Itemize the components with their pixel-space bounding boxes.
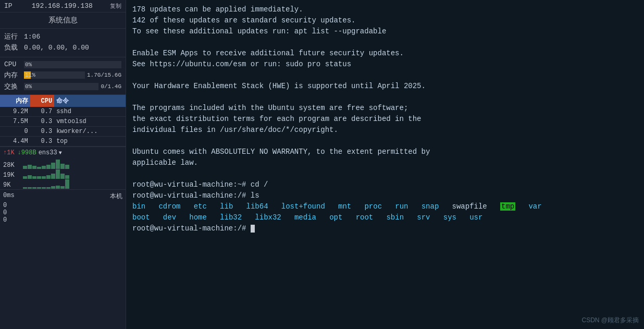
terminal-content: 178 updates can be applied immediately.1… — [132, 4, 638, 234]
ls-item: cdrom — [158, 202, 180, 211]
terminal-line: root@wu-virtual-machine:~# cd / — [132, 179, 638, 190]
mini-bar — [60, 186, 65, 189]
ls-item: snap — [422, 202, 439, 211]
mini-bar — [56, 186, 60, 189]
cpu-bar-text: 0% — [25, 61, 32, 68]
mem-label: 内存 — [4, 70, 23, 80]
traffic-val: 9K — [3, 181, 20, 189]
table-row: 7.5M0.3vmtoolsd — [0, 117, 126, 127]
proc-cpu: 0.3 — [30, 127, 54, 137]
watermark: CSDN @顾君多采摘 — [581, 315, 639, 325]
net-up: ↑1K — [3, 149, 15, 156]
mini-bar — [46, 187, 51, 189]
proc-cpu: 0.3 — [30, 137, 54, 147]
mem-row: 内存 11% 1.7G/15.6G — [4, 70, 121, 80]
proc-header-cpu: CPU — [30, 95, 54, 107]
ls-item-swapfile: swapfile — [452, 202, 487, 211]
mini-bar — [28, 175, 32, 179]
ls-item: run — [395, 202, 408, 211]
mini-bar — [65, 175, 69, 179]
swap-bar-text: 0% — [25, 83, 32, 90]
ls-item: etc — [194, 202, 207, 211]
net-row: ↑1K ↓998B ens33 ▼ — [3, 149, 122, 156]
process-table: 内存 CPU 命令 9.2M0.7sshd7.5M0.3vmtoolsd00.3… — [0, 95, 126, 147]
process-table-wrap: 内存 CPU 命令 9.2M0.7sshd7.5M0.3vmtoolsd00.3… — [0, 95, 126, 147]
traffic-row: 9K — [3, 179, 122, 189]
mini-bar — [42, 187, 46, 189]
ping-row: 0 — [3, 216, 122, 224]
terminal-line: 178 updates can be applied immediately. — [132, 4, 638, 15]
mini-bar — [51, 186, 55, 189]
ping-host: 本机 — [110, 192, 122, 201]
ping-section: 0ms 本机 000 — [0, 189, 126, 226]
terminal-line: The programs included with the Ubuntu sy… — [132, 103, 638, 114]
ls-item: media — [294, 213, 316, 222]
load-label: 负载 — [4, 43, 23, 52]
terminal-line: To see these additional updates run: apt… — [132, 26, 638, 37]
ip-address: 192.168.199.138 — [32, 2, 93, 10]
mini-bar — [42, 176, 46, 179]
swap-bar-wrap: 0% — [24, 83, 98, 90]
terminal-line: individual files in /usr/share/doc/*/cop… — [132, 125, 638, 136]
ls-item: lib64 — [246, 202, 268, 211]
ls-item-tmp: tmp — [500, 202, 515, 211]
terminal-line: See https://ubuntu.com/esm or run: sudo … — [132, 59, 638, 70]
ls-item: home — [189, 213, 207, 222]
swap-detail: 0/1.4G — [101, 83, 121, 90]
ls-item: lib — [220, 202, 233, 211]
proc-cpu: 0.3 — [30, 117, 54, 127]
proc-cmd: vmtoolsd — [54, 117, 126, 127]
terminal-line: applicable law. — [132, 157, 638, 168]
terminal-line — [132, 37, 638, 48]
ping-row: 0 — [3, 202, 122, 209]
mini-bar — [60, 174, 65, 179]
net-dropdown-icon[interactable]: ▼ — [59, 150, 62, 156]
ls-item: bin — [132, 202, 145, 211]
proc-header-mem: 内存 — [0, 95, 30, 107]
traffic-row: 19K — [3, 169, 122, 179]
mini-bar — [23, 187, 27, 189]
uptime-section: 运行 1:06 负载 0.00, 0.00, 0.00 — [0, 29, 126, 57]
ping-header: 0ms 本机 — [3, 192, 122, 201]
ls-row-1: bin cdrom etc lib lib64 lost+found mnt p… — [132, 201, 638, 212]
ls-row-2: boot dev home lib32 libx32 media opt roo… — [132, 212, 638, 223]
terminal-line — [132, 70, 638, 81]
ip-label: IP — [4, 2, 13, 10]
terminal-panel[interactable]: 178 updates can be applied immediately.1… — [126, 0, 644, 329]
proc-mem: 0 — [0, 127, 30, 137]
left-panel: IP 192.168.199.138 复制 系统信息 运行 1:06 负载 0.… — [0, 0, 126, 329]
ls-item: proc — [364, 202, 382, 211]
mini-bar — [42, 166, 46, 169]
uptime-value: 1:06 — [24, 33, 40, 41]
proc-mem: 4.4M — [0, 137, 30, 147]
cursor — [251, 225, 255, 233]
mini-bar — [51, 163, 55, 169]
ls-item: srv — [417, 213, 430, 222]
terminal-line: Your Hardware Enablement Stack (HWE) is … — [132, 81, 638, 92]
ls-item: sbin — [386, 213, 404, 222]
mini-bar — [56, 160, 60, 169]
mini-bar — [37, 187, 41, 189]
system-info-title: 系统信息 — [0, 13, 126, 29]
load-row: 负载 0.00, 0.00, 0.00 — [4, 43, 121, 52]
copy-button[interactable]: 复制 — [110, 2, 121, 10]
terminal-line: the exact distribution terms for each pr… — [132, 114, 638, 125]
terminal-line: Enable ESM Apps to receive additional fu… — [132, 48, 638, 59]
swap-row: 交换 0% 0/1.4G — [4, 82, 121, 91]
ls-item: opt — [329, 213, 342, 222]
mini-bar — [56, 169, 60, 179]
mini-bar — [60, 164, 65, 169]
mini-bar — [46, 165, 51, 169]
ping-values: 000 — [3, 202, 122, 224]
net-down: ↓998B — [18, 149, 36, 156]
proc-cpu: 0.7 — [30, 107, 54, 117]
mini-bar — [28, 187, 32, 189]
ls-item: lost+found — [281, 202, 325, 211]
table-row: 4.4M0.3top — [0, 137, 126, 147]
terminal-prompt[interactable]: root@wu-virtual-machine:/# — [132, 223, 638, 234]
mini-bar — [32, 166, 36, 169]
proc-header-cmd: 命令 — [54, 95, 126, 107]
uptime-row: 运行 1:06 — [4, 32, 121, 41]
mini-bar — [37, 167, 41, 169]
cpu-label: CPU — [4, 60, 23, 68]
